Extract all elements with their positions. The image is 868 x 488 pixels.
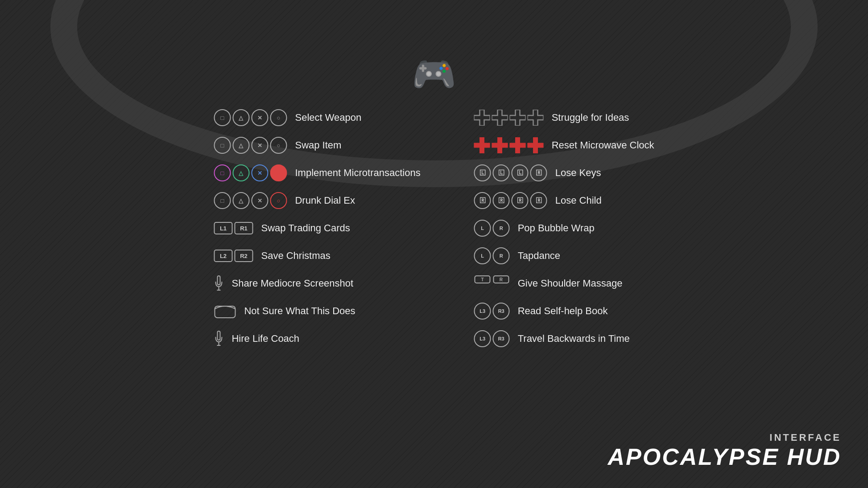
- action-label: Struggle for Ideas: [552, 112, 629, 123]
- branding-sub: INTERFACE: [608, 432, 841, 443]
- r-btn: R: [493, 247, 510, 264]
- circle-btn: ○: [270, 137, 287, 154]
- button-group: 🄻 🄻 🄻 🅁: [474, 164, 547, 181]
- cross-btn: ✕: [251, 192, 268, 209]
- circle-btn-colored: ●: [270, 164, 287, 181]
- action-label: Lose Keys: [555, 167, 601, 179]
- action-label: Implement Microtransactions: [295, 167, 420, 179]
- row-swap-item: □ △ ✕ ○ Swap Item: [214, 135, 420, 156]
- l-btn: L: [474, 247, 491, 264]
- touchpad-icon: [214, 303, 236, 319]
- dpad-icon: [492, 110, 508, 126]
- square-btn: □: [214, 192, 231, 209]
- action-label: Not Sure What This Does: [244, 305, 355, 317]
- row-lose-child: 🅁 🅁 🅁 🅁 Lose Child: [474, 190, 654, 211]
- row-struggle: Struggle for Ideas: [474, 107, 654, 128]
- action-label: Tapdance: [518, 250, 560, 262]
- action-label: Save Christmas: [261, 250, 330, 262]
- row-share-screenshot: Share Mediocre Screenshot: [214, 273, 420, 294]
- action-label: Travel Backwards in Time: [518, 333, 630, 344]
- action-label: Pop Bubble Wrap: [518, 222, 595, 234]
- button-group: L1 R1: [214, 222, 253, 234]
- button-group: [214, 303, 236, 319]
- t-trigger-icon: T: [474, 275, 491, 292]
- button-group: □ △ ✕ ●: [214, 164, 287, 181]
- button-group: L R: [474, 220, 510, 237]
- branding-main: APOCALYPSE HUD: [608, 443, 841, 470]
- svg-rect-4: [217, 331, 220, 340]
- r-trigger: 🅁: [530, 164, 547, 181]
- row-pop-bubble-wrap: L R Pop Bubble Wrap: [474, 217, 654, 239]
- l1-btn: L1: [214, 222, 232, 234]
- circle-btn-outline: ○: [270, 192, 287, 209]
- controller-icon: 🎮: [412, 53, 456, 95]
- button-group: □ △ ✕ ○: [214, 109, 287, 126]
- square-btn: □: [214, 137, 231, 154]
- row-read-self-help: L3 R3 Read Self-help Book: [474, 300, 654, 322]
- cross-btn-colored: ✕: [251, 164, 268, 181]
- l-trigger: 🄻: [474, 164, 491, 181]
- mic-icon-2: [214, 330, 223, 347]
- r-trigger: 🅁: [474, 192, 491, 209]
- l3-stick: L3: [474, 330, 491, 347]
- r-trigger: 🅁: [493, 192, 510, 209]
- dpad-icon-red: [528, 137, 544, 153]
- row-drunk-dial: □ △ ✕ ○ Drunk Dial Ex: [214, 190, 420, 211]
- l-trigger: 🄻: [512, 164, 529, 181]
- dpad-icon-red: [492, 137, 508, 153]
- dpad-icon-red: [474, 137, 490, 153]
- r2-btn: R2: [234, 250, 253, 262]
- left-column: □ △ ✕ ○ Select Weapon □ △ ✕ ○ Swap Item …: [214, 107, 420, 349]
- main-content: □ △ ✕ ○ Select Weapon □ △ ✕ ○ Swap Item …: [214, 107, 654, 349]
- l3-stick: L3: [474, 303, 491, 320]
- triangle-btn-colored: △: [232, 164, 249, 181]
- row-save-christmas: L2 R2 Save Christmas: [214, 245, 420, 267]
- right-column: Struggle for Ideas Reset Microwave Clock…: [474, 107, 654, 349]
- action-label: Swap Item: [295, 139, 341, 151]
- l-trigger: 🄻: [493, 164, 510, 181]
- action-label: Share Mediocre Screenshot: [231, 278, 353, 289]
- l2-btn: L2: [214, 250, 232, 262]
- row-reset-microwave: Reset Microwave Clock: [474, 135, 654, 156]
- button-group: [214, 275, 223, 292]
- action-label: Lose Child: [555, 195, 602, 206]
- r3-stick: R3: [493, 303, 510, 320]
- r3-stick: R3: [493, 330, 510, 347]
- svg-text:R: R: [500, 277, 503, 282]
- row-travel-backwards: L3 R3 Travel Backwards in Time: [474, 328, 654, 349]
- svg-text:T: T: [481, 277, 484, 282]
- r1-btn: R1: [234, 222, 253, 234]
- button-group: L3 R3: [474, 330, 510, 347]
- r-trigger-icon: R: [493, 275, 510, 292]
- button-group: [474, 137, 544, 153]
- row-hire-life-coach: Hire Life Coach: [214, 328, 420, 349]
- button-group: 🅁 🅁 🅁 🅁: [474, 192, 547, 209]
- action-label: Drunk Dial Ex: [295, 195, 355, 206]
- dpad-icon: [510, 110, 526, 126]
- cross-btn: ✕: [251, 137, 268, 154]
- circle-btn: ○: [270, 109, 287, 126]
- row-swap-trading-cards: L1 R1 Swap Trading Cards: [214, 217, 420, 239]
- button-group: L2 R2: [214, 250, 253, 262]
- triangle-btn: △: [232, 109, 249, 126]
- dpad-icon: [528, 110, 544, 126]
- action-label: Select Weapon: [295, 112, 361, 123]
- button-group: L3 R3: [474, 303, 510, 320]
- row-lose-keys: 🄻 🄻 🄻 🅁 Lose Keys: [474, 162, 654, 184]
- square-btn-colored: □: [214, 164, 231, 181]
- button-group: □ △ ✕ ○: [214, 137, 287, 154]
- mic-icon: [214, 275, 223, 292]
- r-trigger: 🅁: [512, 192, 529, 209]
- button-group: □ △ ✕ ○: [214, 192, 287, 209]
- action-label: Hire Life Coach: [231, 333, 299, 344]
- action-label: Swap Trading Cards: [261, 222, 350, 234]
- branding: INTERFACE APOCALYPSE HUD: [608, 432, 841, 470]
- dpad-icon-red: [510, 137, 526, 153]
- action-label: Reset Microwave Clock: [552, 139, 654, 151]
- button-group: T R: [474, 275, 510, 292]
- row-tapdance: L R Tapdance: [474, 245, 654, 267]
- row-not-sure: Not Sure What This Does: [214, 300, 420, 322]
- action-label: Give Shoulder Massage: [518, 278, 623, 289]
- r-btn: R: [493, 220, 510, 237]
- l-btn: L: [474, 220, 491, 237]
